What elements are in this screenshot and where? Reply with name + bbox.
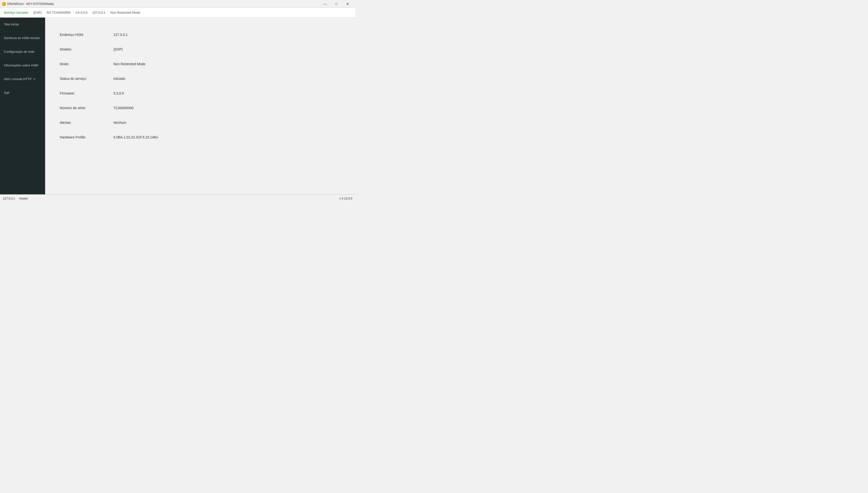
sidebar-label-tela-inicial: Tela Inicial: [4, 22, 19, 26]
sidebar-item-sair[interactable]: Sair: [0, 86, 45, 100]
app-logo: [2, 2, 6, 6]
main-content: Endereço HSM: 127.0.0.1 Modelo: (DXP) Mo…: [45, 18, 355, 194]
info-label-modo: Modo:: [60, 62, 113, 66]
info-row-modelo: Modelo: (DXP): [60, 42, 341, 57]
footer: 127.0.0.1 master v 4.13.0.0: [0, 194, 355, 202]
status-bar: Serviço iniciado (DXP) NS TCA0000000 v.5…: [0, 8, 355, 18]
status-serial: NS TCA0000000: [47, 11, 70, 15]
info-value-status: Iniciado: [113, 77, 125, 81]
info-row-firmware: Firmware: 5.3.0.0: [60, 86, 341, 101]
status-model: (DXP): [33, 11, 42, 15]
info-row-alertas: Alertas: Nenhum: [60, 115, 341, 130]
titlebar-left: DINAMOcon - KEY-STATION\Nadia: [2, 2, 54, 6]
footer-role: master: [19, 197, 28, 200]
footer-ip: 127.0.0.1: [3, 197, 15, 200]
info-value-firmware: 5.3.0.0: [113, 91, 124, 95]
info-row-status: Status do serviço: Iniciado: [60, 71, 341, 86]
info-label-serial: Número de série:: [60, 106, 113, 110]
sidebar-label-informacoes-hsm: Informações sobre HSM: [4, 63, 38, 67]
sidebar-item-gerencia-hsm[interactable]: Gerência do HSM remoto: [0, 31, 45, 45]
sidebar-label-gerencia-hsm: Gerência do HSM remoto: [4, 36, 40, 40]
info-value-alertas: Nenhum: [113, 121, 127, 125]
minimize-button[interactable]: —: [320, 0, 331, 8]
info-table: Endereço HSM: 127.0.0.1 Modelo: (DXP) Mo…: [60, 27, 341, 145]
info-label-endereco: Endereço HSM:: [60, 33, 113, 37]
titlebar-controls: — □ ✕: [320, 0, 353, 8]
info-row-hardware-profile: Hardware Profile: 6.0BA.1.01.01.01F.5.15…: [60, 130, 341, 145]
status-version: v.5.3.0.0: [75, 11, 87, 15]
footer-version: v 4.13.0.0: [339, 197, 352, 200]
info-row-serial: Número de série: TCA0000000: [60, 101, 341, 115]
info-label-alertas: Alertas:: [60, 121, 113, 125]
service-status: Serviço iniciado: [4, 11, 28, 15]
app-container: Serviço iniciado (DXP) NS TCA0000000 v.5…: [0, 8, 355, 202]
info-label-status: Status do serviço:: [60, 77, 113, 81]
sidebar-label-abrir-console: Abrir console HTTP: [4, 77, 31, 81]
sidebar-label-configuracao-rede: Configuração de rede: [4, 50, 35, 53]
titlebar-title: DINAMOcon - KEY-STATION\Nadia: [7, 2, 54, 6]
info-label-modelo: Modelo:: [60, 47, 113, 51]
sidebar-item-informacoes-hsm[interactable]: Informações sobre HSM: [0, 59, 45, 72]
info-value-hardware-profile: 6.0BA.1.01.01.01F.5.15.146U: [113, 135, 158, 139]
footer-left: 127.0.0.1 master: [3, 197, 28, 200]
external-link-icon: ⧉: [33, 78, 36, 81]
sidebar-item-tela-inicial[interactable]: Tela Inicial: [0, 18, 45, 31]
info-label-firmware: Firmware:: [60, 91, 113, 95]
info-value-modo: Non Restricted Mode: [113, 62, 146, 66]
status-mode: Non Restricted Mode: [110, 11, 140, 15]
info-row-modo: Modo: Non Restricted Mode: [60, 57, 341, 71]
info-value-endereco: 127.0.0.1: [113, 33, 128, 37]
info-row-endereco: Endereço HSM: 127.0.0.1: [60, 27, 341, 42]
sidebar-item-abrir-console[interactable]: Abrir console HTTP ⧉: [0, 72, 45, 86]
titlebar: DINAMOcon - KEY-STATION\Nadia — □ ✕: [0, 0, 355, 8]
info-value-serial: TCA0000000: [113, 106, 134, 110]
status-ip: 127.0.0.1: [92, 11, 106, 15]
maximize-button[interactable]: □: [331, 0, 342, 8]
sidebar: Tela Inicial Gerência do HSM remoto Conf…: [0, 18, 45, 194]
app-body: Tela Inicial Gerência do HSM remoto Conf…: [0, 18, 355, 194]
sidebar-item-configuracao-rede[interactable]: Configuração de rede: [0, 45, 45, 59]
info-value-modelo: (DXP): [113, 47, 123, 51]
sidebar-label-sair: Sair: [4, 91, 9, 94]
close-button[interactable]: ✕: [342, 0, 353, 8]
info-label-hardware-profile: Hardware Profile:: [60, 135, 113, 139]
